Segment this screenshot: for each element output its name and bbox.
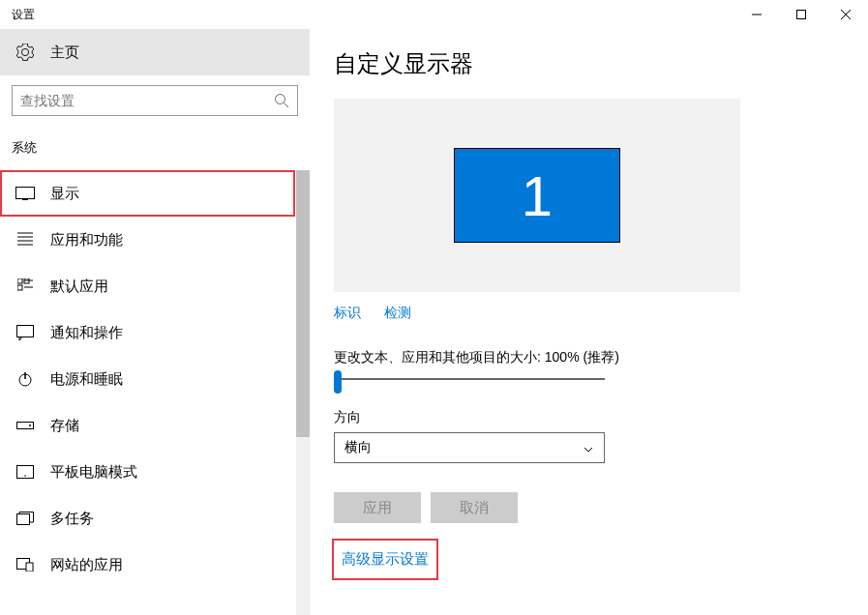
slider-thumb[interactable] [334,370,342,394]
notifications-icon [15,323,35,342]
chevron-down-icon [583,442,594,454]
titlebar: 设置 [0,0,868,29]
multitask-icon [15,509,35,528]
advanced-display-link[interactable]: 高级显示设置 [334,541,436,578]
maximize-button[interactable] [779,0,823,29]
search-box[interactable] [12,85,298,116]
display-links: 标识 检测 [334,304,844,322]
sidebar: 主页 系统 显示 [0,29,310,615]
sidebar-item-label: 网站的应用 [50,556,123,574]
home-item[interactable]: 主页 [0,29,310,75]
svg-rect-24 [17,514,30,525]
sidebar-item-display[interactable]: 显示 [0,170,295,217]
close-icon [841,10,851,19]
svg-rect-6 [16,188,35,199]
orientation-select[interactable]: 横向 [334,432,605,463]
svg-line-5 [284,103,289,108]
svg-point-23 [24,475,26,477]
svg-rect-17 [17,326,34,337]
scale-label: 更改文本、应用和其他项目的大小: 100% (推荐) [334,349,844,366]
orientation-value: 横向 [344,439,583,456]
apply-button[interactable]: 应用 [334,492,421,523]
window-title: 设置 [12,7,35,23]
sidebar-item-label: 应用和功能 [50,231,123,249]
sidebar-item-power[interactable]: 电源和睡眠 [0,356,295,402]
cancel-button[interactable]: 取消 [431,492,518,523]
svg-point-21 [29,425,31,426]
sidebar-item-label: 电源和睡眠 [50,370,123,389]
scrollbar-thumb[interactable] [296,170,310,437]
gear-icon [15,43,35,62]
minimize-icon [752,10,762,19]
search-icon [274,93,289,108]
sidebar-item-website[interactable]: 网站的应用 [0,542,295,588]
display-icon [15,184,35,203]
identify-link[interactable]: 标识 [334,305,361,320]
tablet-icon [15,462,35,482]
svg-rect-26 [26,563,33,571]
detect-link[interactable]: 检测 [384,305,411,320]
close-button[interactable] [823,0,868,29]
sidebar-item-storage[interactable]: 存储 [0,402,295,449]
scale-slider[interactable] [334,378,605,380]
website-icon [15,555,35,574]
sidebar-item-label: 显示 [50,185,79,203]
svg-rect-12 [17,278,22,283]
sidebar-item-label: 默认应用 [50,278,108,296]
storage-icon [15,416,35,435]
maximize-icon [796,10,806,19]
button-row: 应用 取消 [334,492,844,523]
search-input[interactable] [20,93,274,108]
svg-point-4 [276,95,285,104]
svg-rect-1 [797,11,806,19]
sidebar-item-defaults[interactable]: 默认应用 [0,263,295,309]
orientation-label: 方向 [334,409,844,426]
home-label: 主页 [50,44,79,62]
apps-icon [15,230,35,249]
sidebar-item-label: 通知和操作 [50,324,123,342]
sidebar-item-notifications[interactable]: 通知和操作 [0,309,295,356]
minimize-button[interactable] [734,0,779,29]
power-icon [15,369,35,389]
sidebar-item-tablet[interactable]: 平板电脑模式 [0,449,295,495]
sidebar-item-label: 平板电脑模式 [50,463,137,482]
section-label: 系统 [0,126,310,170]
monitor-number: 1 [522,163,553,228]
window-controls [734,0,868,29]
sidebar-item-label: 多任务 [50,510,94,528]
sidebar-item-multitask[interactable]: 多任务 [0,495,295,542]
scrollbar[interactable] [296,170,310,615]
monitor-box[interactable]: 1 [454,148,620,243]
svg-rect-14 [17,285,22,290]
sidebar-item-apps[interactable]: 应用和功能 [0,217,295,263]
display-preview: 1 [334,99,740,292]
main-panel: 自定义显示器 1 标识 检测 更改文本、应用和其他项目的大小: 100% (推荐… [310,29,868,615]
defaults-icon [15,277,35,296]
page-title: 自定义显示器 [334,48,844,79]
nav-list: 显示 应用和功能 默认应用 [0,170,295,588]
sidebar-item-label: 存储 [50,417,79,435]
